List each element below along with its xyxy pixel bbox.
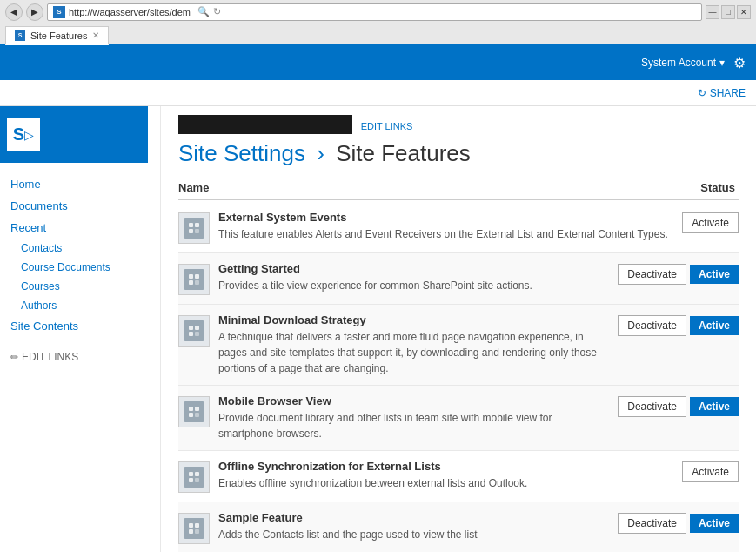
- top-bar: System Account ▾ ⚙: [0, 45, 756, 80]
- breadcrumb-sep: ›: [317, 140, 324, 166]
- account-menu[interactable]: System Account ▾: [641, 57, 725, 69]
- feature-desc: Adds the Contacts list and the page used…: [218, 527, 607, 542]
- feature-icon: [178, 264, 210, 295]
- svg-rect-8: [189, 326, 193, 330]
- tab-close-icon[interactable]: ✕: [92, 30, 99, 40]
- page-layout: S ▷ Home Documents Recent Contacts Cours…: [0, 106, 756, 552]
- feature-icon: [178, 396, 210, 427]
- activate-button[interactable]: Activate: [682, 212, 739, 233]
- svg-rect-19: [195, 478, 199, 482]
- activate-button[interactable]: Activate: [682, 461, 739, 482]
- tab-favicon: S: [15, 30, 25, 41]
- feature-row: Mobile Browser ViewProvide document libr…: [178, 386, 739, 451]
- feature-icon: [178, 212, 210, 244]
- forward-button[interactable]: ▶: [26, 3, 43, 21]
- nav-item-documents[interactable]: Documents: [0, 195, 160, 217]
- feature-icon: [178, 513, 210, 544]
- feature-actions: DeactivateActive: [618, 394, 739, 417]
- nav-item-home[interactable]: Home: [0, 173, 160, 195]
- feature-info: Mobile Browser ViewProvide document libr…: [218, 394, 607, 441]
- breadcrumb-parent[interactable]: Site Settings: [178, 140, 305, 166]
- settings-button[interactable]: ⚙: [733, 55, 746, 71]
- feature-name: Sample Feature: [218, 511, 607, 524]
- svg-rect-6: [189, 280, 193, 285]
- feature-name: Mobile Browser View: [218, 394, 607, 407]
- feature-actions: DeactivateActive: [618, 313, 739, 336]
- feature-desc: This feature enables Alerts and Event Re…: [218, 226, 672, 242]
- feature-icon: [178, 315, 210, 347]
- col-status-header: Status: [700, 181, 735, 194]
- active-tab[interactable]: S Site Features ✕: [5, 26, 109, 45]
- svg-rect-11: [195, 332, 199, 336]
- svg-rect-3: [195, 229, 199, 233]
- nav-item-course-documents[interactable]: Course Documents: [0, 258, 160, 277]
- edit-links-top[interactable]: EDIT LINKS: [361, 121, 413, 131]
- nav-item-contacts[interactable]: Contacts: [0, 239, 160, 258]
- feature-actions: Activate: [682, 211, 739, 233]
- main-content: EDIT LINKS Site Settings › Site Features…: [161, 106, 756, 552]
- account-dropdown-icon: ▾: [719, 57, 725, 69]
- feature-info: External System EventsThis feature enabl…: [218, 211, 672, 242]
- feature-info: Offline Synchronization for External Lis…: [218, 460, 672, 491]
- feature-row: Getting StartedProvides a tile view expe…: [178, 253, 739, 305]
- feature-name: Offline Synchronization for External Lis…: [218, 460, 672, 473]
- address-bar[interactable]: S http://waqasserver/sites/dem 🔍 ↻: [47, 3, 702, 21]
- feature-actions: DeactivateActive: [618, 511, 739, 534]
- site-logo: S ▷: [0, 106, 148, 163]
- feature-icon: [178, 461, 210, 493]
- feature-name: Minimal Download Strategy: [218, 313, 607, 326]
- window-controls: — □ ✕: [706, 5, 751, 19]
- active-badge: Active: [690, 265, 739, 284]
- browser-chrome: ◀ ▶ S http://waqasserver/sites/dem 🔍 ↻ —…: [0, 0, 756, 24]
- svg-rect-5: [195, 274, 199, 279]
- col-name-header: Name: [178, 181, 209, 194]
- share-button[interactable]: ↻ SHARE: [698, 87, 746, 99]
- feature-name: Getting Started: [218, 262, 607, 275]
- feature-info: Sample FeatureAdds the Contacts list and…: [218, 511, 607, 542]
- svg-rect-9: [195, 326, 199, 330]
- deactivate-button[interactable]: Deactivate: [618, 396, 686, 417]
- svg-rect-12: [189, 407, 193, 411]
- deactivate-button[interactable]: Deactivate: [618, 315, 686, 336]
- svg-rect-21: [195, 523, 199, 528]
- feature-name: External System Events: [218, 211, 672, 224]
- features-header: Name Status: [178, 176, 739, 200]
- svg-rect-1: [195, 223, 199, 227]
- nav-item-site-contents[interactable]: Site Contents: [0, 315, 160, 337]
- nav-item-courses[interactable]: Courses: [0, 277, 160, 296]
- nav-item-authors[interactable]: Authors: [0, 296, 160, 315]
- svg-rect-14: [189, 413, 193, 417]
- logo-icon: S ▷: [7, 118, 40, 151]
- nav-item-recent[interactable]: Recent: [0, 217, 160, 239]
- share-bar: ↻ SHARE: [0, 80, 756, 106]
- active-badge: Active: [690, 316, 739, 335]
- svg-rect-7: [195, 280, 199, 285]
- active-badge: Active: [690, 397, 739, 416]
- deactivate-button[interactable]: Deactivate: [618, 264, 686, 285]
- feature-desc: Provides a tile view experience for comm…: [218, 278, 607, 293]
- active-badge: Active: [690, 514, 739, 533]
- page-title: Site Settings › Site Features: [178, 139, 739, 169]
- feature-row: Offline Synchronization for External Lis…: [178, 451, 739, 502]
- nav-edit-links[interactable]: ✏ EDIT LINKS: [0, 344, 160, 370]
- svg-rect-17: [195, 472, 199, 476]
- feature-info: Getting StartedProvides a tile view expe…: [218, 262, 607, 293]
- feature-row: External System EventsThis feature enabl…: [178, 202, 739, 253]
- svg-rect-16: [189, 472, 193, 476]
- search-icon: 🔍: [197, 6, 210, 17]
- svg-rect-10: [189, 332, 193, 336]
- svg-rect-0: [189, 223, 193, 227]
- masked-title-bar: [178, 115, 352, 134]
- share-refresh-icon: ↻: [698, 87, 706, 99]
- svg-rect-23: [195, 529, 199, 534]
- svg-rect-20: [189, 523, 193, 528]
- svg-rect-22: [189, 529, 193, 534]
- back-button[interactable]: ◀: [5, 3, 23, 21]
- feature-actions: DeactivateActive: [618, 262, 739, 285]
- feature-actions: Activate: [682, 460, 739, 482]
- deactivate-button[interactable]: Deactivate: [618, 513, 686, 534]
- refresh-icon: ↻: [213, 6, 221, 17]
- svg-rect-15: [195, 413, 199, 417]
- page-title-text: Site Features: [336, 140, 471, 166]
- left-nav: S ▷ Home Documents Recent Contacts Cours…: [0, 106, 161, 552]
